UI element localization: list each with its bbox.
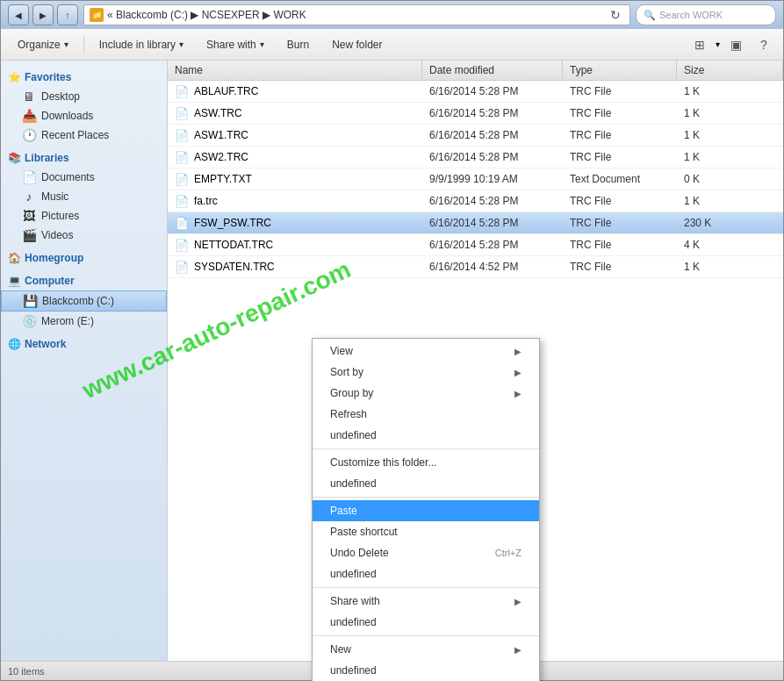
column-header-size[interactable]: Size <box>677 61 783 80</box>
file-name: ASW2.TRC <box>194 151 248 163</box>
table-row[interactable]: 📄 ASW.TRC 6/16/2014 5:28 PM TRC File 1 K <box>168 103 783 125</box>
title-bar: ◀ ▶ ↑ 📁 « Blackcomb (C:) ▶ NCSEXPER ▶ WO… <box>1 1 783 29</box>
chevron-down-icon: ▾ <box>716 39 720 49</box>
table-row[interactable]: 📄 EMPTY.TXT 9/9/1999 10:19 AM Text Docum… <box>168 168 783 190</box>
search-bar[interactable]: 🔍 Search WORK <box>636 4 776 25</box>
file-size: 1 K <box>677 105 783 121</box>
address-bar[interactable]: 📁 « Blackcomb (C:) ▶ NCSEXPER ▶ WORK ↻ <box>83 4 630 25</box>
context-menu-label: Customize this folder... <box>330 456 436 469</box>
context-menu-item[interactable]: Refresh <box>313 404 539 425</box>
sidebar-item-recent-places[interactable]: 🕐 Recent Places <box>1 125 167 145</box>
context-menu-item[interactable]: Undo DeleteCtrl+Z <box>313 542 539 563</box>
help-button[interactable]: ? <box>752 34 776 55</box>
file-name: ASW.TRC <box>194 107 242 119</box>
file-name-cell: 📄 SYSDATEN.TRC <box>168 258 422 276</box>
context-menu-item[interactable]: Group by▶ <box>313 383 539 404</box>
context-menu-label: New <box>330 643 351 656</box>
table-row[interactable]: 📄 NETTODAT.TRC 6/16/2014 5:28 PM TRC Fil… <box>168 234 783 256</box>
desktop-icon: 🖥 <box>22 90 36 104</box>
context-menu-label: Group by <box>330 387 373 399</box>
context-menu-label: View <box>330 345 353 357</box>
include-library-button[interactable]: Include in library ▾ <box>90 32 193 57</box>
file-size: 4 K <box>677 237 783 253</box>
menu-separator <box>313 497 539 498</box>
refresh-button[interactable]: ↻ <box>607 6 624 24</box>
context-menu-item[interactable]: undefined <box>313 660 539 681</box>
up-button[interactable]: ↑ <box>57 4 78 25</box>
context-menu-item[interactable]: undefined <box>313 612 539 633</box>
preview-pane-button[interactable]: ▣ <box>723 34 748 55</box>
file-icon: 📄 <box>175 260 189 274</box>
submenu-arrow-icon: ▶ <box>514 597 521 606</box>
table-row[interactable]: 📄 ASW1.TRC 6/16/2014 5:28 PM TRC File 1 … <box>168 125 783 147</box>
context-menu-item[interactable]: undefined <box>313 563 539 584</box>
sidebar-item-music[interactable]: ♪ Music <box>1 187 167 206</box>
libraries-section: 📚 Libraries 📄 Documents ♪ Music 🖼 Pictur… <box>1 148 167 245</box>
context-menu-item[interactable]: Paste <box>313 500 539 521</box>
computer-icon: 💻 <box>8 275 21 287</box>
context-menu-item[interactable]: Paste shortcut <box>313 521 539 542</box>
file-type: TRC File <box>563 259 677 275</box>
new-folder-button[interactable]: New folder <box>322 32 392 57</box>
forward-button[interactable]: ▶ <box>32 4 54 25</box>
share-with-button[interactable]: Share with ▾ <box>197 32 274 57</box>
back-button[interactable]: ◀ <box>8 4 29 25</box>
favorites-section: ⭐ Favorites 🖥 Desktop 📥 Downloads 🕐 Rece… <box>1 68 167 145</box>
file-size: 1 K <box>677 83 783 99</box>
column-header-type[interactable]: Type <box>563 61 677 80</box>
computer-header[interactable]: 💻 Computer <box>1 271 167 290</box>
file-name: ABLAUF.TRC <box>194 85 258 97</box>
table-row[interactable]: 📄 fa.trc 6/16/2014 5:28 PM TRC File 1 K <box>168 190 783 212</box>
burn-button[interactable]: Burn <box>277 32 319 57</box>
file-date: 6/16/2014 5:28 PM <box>422 215 563 231</box>
file-date: 6/16/2014 5:28 PM <box>422 149 563 165</box>
libraries-header[interactable]: 📚 Libraries <box>1 148 167 168</box>
favorites-header[interactable]: ⭐ Favorites <box>1 68 167 87</box>
videos-icon: 🎬 <box>22 228 36 242</box>
table-row[interactable]: 📄 ASW2.TRC 6/16/2014 5:28 PM TRC File 1 … <box>168 147 783 168</box>
submenu-arrow-icon: ▶ <box>514 645 521 655</box>
context-menu-item[interactable]: undefined <box>313 425 539 446</box>
context-menu-item[interactable]: View▶ <box>313 340 539 362</box>
sidebar-item-merom[interactable]: 💿 Merom (E:) <box>1 312 167 331</box>
file-name-cell: 📄 fa.trc <box>168 192 422 210</box>
sidebar-item-videos[interactable]: 🎬 Videos <box>1 226 167 245</box>
context-menu-label: undefined <box>330 477 377 490</box>
context-menu-item[interactable]: Sort by▶ <box>313 362 539 383</box>
sidebar-item-pictures[interactable]: 🖼 Pictures <box>1 206 167 226</box>
context-menu-item[interactable]: Customize this folder... <box>313 452 539 473</box>
column-header-date[interactable]: Date modified <box>422 61 563 80</box>
sidebar-item-desktop[interactable]: 🖥 Desktop <box>1 87 167 106</box>
column-header-name[interactable]: Name <box>168 61 422 80</box>
music-icon: ♪ <box>22 190 36 204</box>
table-row[interactable]: 📄 ABLAUF.TRC 6/16/2014 5:28 PM TRC File … <box>168 81 783 103</box>
context-menu-item[interactable]: undefined <box>313 473 539 494</box>
file-icon: 📄 <box>175 172 189 186</box>
network-header[interactable]: 🌐 Network <box>1 334 167 354</box>
toolbar: Organize ▾ Include in library ▾ Share wi… <box>1 29 783 61</box>
sidebar-item-blackcomb[interactable]: 💾 Blackcomb (C:) <box>1 290 167 312</box>
file-name: ASW1.TRC <box>194 129 248 141</box>
context-menu-item[interactable]: Share with▶ <box>313 591 539 612</box>
view-options-button[interactable]: ⊞ <box>687 34 712 55</box>
file-icon: 📄 <box>175 128 189 142</box>
context-menu-item[interactable]: New▶ <box>313 639 539 660</box>
context-menu-label: Paste <box>330 505 357 517</box>
table-row[interactable]: 📄 FSW_PSW.TRC 6/16/2014 5:28 PM TRC File… <box>168 212 783 234</box>
homegroup-header[interactable]: 🏠 Homegroup <box>1 248 167 268</box>
drive-icon: 💾 <box>23 294 37 308</box>
table-row[interactable]: 📄 SYSDATEN.TRC 6/16/2014 4:52 PM TRC Fil… <box>168 256 783 278</box>
sidebar-item-downloads[interactable]: 📥 Downloads <box>1 106 167 125</box>
context-menu-label: Sort by <box>330 366 363 378</box>
file-name: fa.trc <box>194 195 218 207</box>
file-type: TRC File <box>563 215 677 231</box>
file-type: TRC File <box>563 127 677 143</box>
downloads-icon: 📥 <box>22 109 36 123</box>
organize-button[interactable]: Organize ▾ <box>8 32 78 57</box>
status-text: 10 items <box>8 666 45 677</box>
file-rows-container: 📄 ABLAUF.TRC 6/16/2014 5:28 PM TRC File … <box>168 81 783 278</box>
file-icon: 📄 <box>175 106 189 120</box>
sidebar-item-documents[interactable]: 📄 Documents <box>1 168 167 187</box>
file-date: 6/16/2014 5:28 PM <box>422 193 563 209</box>
context-menu-label: undefined <box>330 429 377 441</box>
